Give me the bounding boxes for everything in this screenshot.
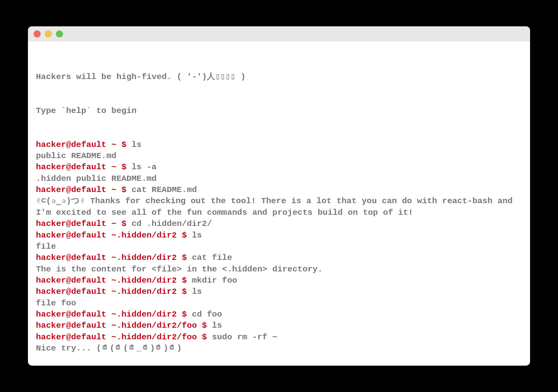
output-line: file foo	[36, 298, 522, 309]
command-line: hacker@default ~.hidden/dir2 $ cat file	[36, 252, 522, 263]
command-text: cd foo	[187, 310, 222, 319]
command-line: hacker@default ~ $ ls -a	[36, 162, 522, 173]
terminal-body[interactable]: Hackers will be high-fived. ( '-')人▯▯▯▯ …	[28, 42, 530, 366]
prompt: hacker@default ~.hidden/dir2/foo $	[36, 333, 207, 342]
command-line: hacker@default ~ $ cat README.md	[36, 184, 522, 196]
output-line: ✌⊂(✰‿✰)つ✌ Thanks for checking out the to…	[36, 196, 522, 218]
command-line: hacker@default ~.hidden/dir2 $ cd foo	[36, 309, 522, 320]
maximize-icon[interactable]	[56, 30, 63, 38]
command-line: hacker@default ~.hidden/dir2/foo $ ls	[36, 320, 522, 331]
command-text: cd .hidden/dir2/	[127, 219, 212, 228]
command-text: ls	[207, 321, 222, 330]
command-text: ls -a	[127, 162, 157, 172]
prompt: hacker@default ~ $	[36, 185, 127, 194]
prompt: hacker@default ~ $	[36, 162, 127, 172]
command-text: ls	[127, 140, 142, 149]
command-text: cat file	[187, 253, 232, 262]
command-line: hacker@default ~.hidden/dir2 $ ls	[36, 286, 522, 297]
prompt: hacker@default ~ $	[36, 140, 127, 149]
command-line: hacker@default ~ $ cd .hidden/dir2/	[36, 218, 522, 230]
terminal-history: hacker@default ~ $ lspublic README.mdhac…	[36, 139, 522, 354]
prompt: hacker@default ~.hidden/dir2/foo $	[36, 321, 207, 330]
output-line: file	[36, 241, 522, 252]
output-line: .hidden public README.md	[36, 173, 522, 184]
titlebar	[28, 26, 530, 42]
prompt: hacker@default ~.hidden/dir2 $	[36, 287, 187, 296]
banner-line-2: Type `help` to begin	[36, 105, 522, 117]
output-line: public README.md	[36, 150, 522, 162]
close-icon[interactable]	[34, 30, 41, 38]
output-line: Nice try... (ಠ(ಠ(ಠ_ಠ)ಠ)ಠ)	[36, 343, 522, 354]
output-line: The is the content for <file> in the <.h…	[36, 264, 522, 275]
command-text: mkdir foo	[187, 276, 237, 285]
prompt: hacker@default ~.hidden/dir2 $	[36, 310, 187, 319]
prompt: hacker@default ~.hidden/dir2 $	[36, 253, 187, 262]
prompt: hacker@default ~ $	[36, 219, 127, 228]
command-line: hacker@default ~.hidden/dir2 $ mkdir foo	[36, 275, 522, 286]
command-text: cat README.md	[127, 185, 197, 194]
minimize-icon[interactable]	[45, 30, 52, 38]
banner-line-1: Hackers will be high-fived. ( '-')人▯▯▯▯ …	[36, 71, 522, 83]
prompt: hacker@default ~.hidden/dir2 $	[36, 276, 187, 285]
command-line: hacker@default ~.hidden/dir2 $ ls	[36, 230, 522, 241]
prompt: hacker@default ~.hidden/dir2 $	[36, 231, 187, 240]
command-line: hacker@default ~.hidden/dir2/foo $ sudo …	[36, 332, 522, 343]
terminal-window: Hackers will be high-fived. ( '-')人▯▯▯▯ …	[28, 26, 530, 366]
command-text: sudo rm -rf ~	[207, 333, 277, 342]
command-text: ls	[187, 287, 202, 296]
command-line: hacker@default ~ $ ls	[36, 139, 522, 150]
command-text: ls	[187, 231, 202, 240]
